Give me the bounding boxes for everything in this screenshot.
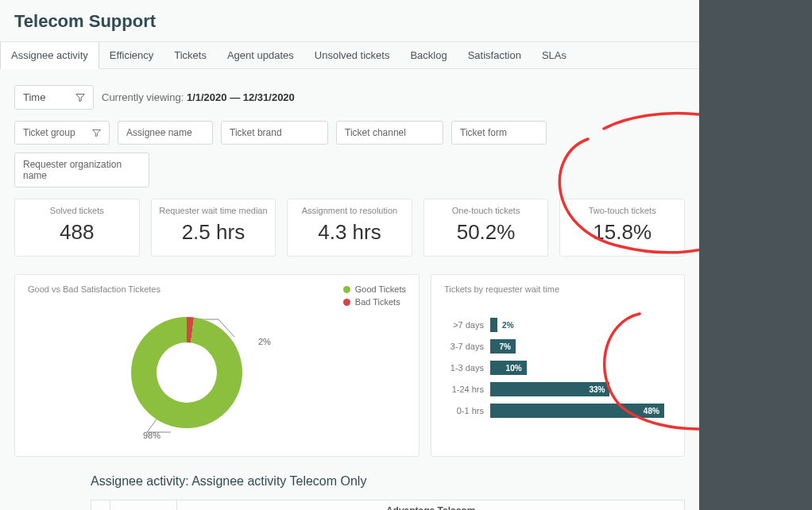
tab-backlog[interactable]: Backlog — [400, 42, 457, 68]
bar-label: 1-3 days — [444, 363, 490, 373]
satisfaction-panel: Good vs Bad Satisfaction Ticketes Good T… — [14, 274, 420, 457]
time-filter-label: Time — [23, 91, 45, 103]
activity-table: Assignee name Advantage Telecom Solved t… — [91, 500, 685, 510]
bar-label: 1-24 hrs — [444, 384, 490, 394]
bar-label: 3-7 days — [444, 342, 490, 351]
tab-satisfaction[interactable]: Satisfaction — [458, 42, 532, 68]
bar-value: 2% — [502, 321, 513, 330]
col-group: Advantage Telecom — [177, 500, 685, 511]
currently-viewing-text: Currently viewing: 1/1/2020 — 12/31/2020 — [102, 91, 295, 103]
tab-unsolved-tickets[interactable]: Unsolved tickets — [304, 42, 400, 68]
satisfaction-donut-chart — [131, 317, 242, 428]
tab-agent-updates[interactable]: Agent updates — [217, 42, 304, 68]
kpi-one-touch: One-touch tickets 50.2% — [423, 199, 549, 257]
kpi-two-touch: Two-touch tickets 15.8% — [559, 199, 685, 257]
wait-bar: 48% — [490, 404, 664, 418]
bar-label: 0-1 hrs — [444, 406, 490, 415]
activity-section-title: Assignee activity: Assignee activity Tel… — [91, 474, 685, 489]
filter-icon — [92, 129, 101, 137]
tabs: Assignee activity Efficiency Tickets Age… — [0, 41, 699, 69]
wait-bar: 10% — [490, 361, 527, 375]
wait-bar: 33% — [490, 382, 609, 396]
bar-label: >7 days — [444, 320, 490, 330]
filter-ticket-brand[interactable]: Ticket brand — [221, 121, 328, 145]
tab-assignee-activity[interactable]: Assignee activity — [0, 42, 99, 69]
filter-ticket-group[interactable]: Ticket group — [14, 121, 110, 145]
wait-bar: 7% — [490, 339, 516, 354]
donut-label-good: 98% — [143, 431, 160, 440]
filter-assignee-name[interactable]: Assignee name — [118, 121, 213, 145]
filter-requester-org[interactable]: Requester organization name — [14, 153, 149, 187]
wait-time-panel: Tickets by requester wait time >7 days2%… — [431, 274, 685, 457]
kpi-assignment-to-resolution: Assignment to resolution 4.3 hrs — [287, 199, 412, 257]
kpi-solved-tickets: Solved tickets 488 — [14, 199, 140, 257]
time-filter-dropdown[interactable]: Time — [14, 85, 94, 110]
bar-value: 10% — [506, 364, 522, 373]
kpi-requester-wait-median: Requester wait time median 2.5 hrs — [151, 199, 276, 257]
bar-value: 48% — [644, 407, 659, 415]
legend-dot-good — [343, 286, 350, 293]
wait-bar: 2% — [490, 318, 497, 332]
filter-ticket-channel[interactable]: Ticket channel — [336, 121, 443, 145]
tab-efficiency[interactable]: Efficiency — [99, 42, 164, 68]
filter-icon — [75, 93, 85, 102]
filter-ticket-form[interactable]: Ticket form — [451, 121, 547, 145]
bar-value: 33% — [589, 385, 605, 394]
page-title: Telecom Support — [0, 0, 699, 41]
donut-label-bad: 2% — [258, 337, 271, 346]
col-assignee[interactable]: Assignee name — [110, 500, 177, 511]
legend-good-label: Good Tickets — [355, 284, 406, 294]
bar-value: 7% — [499, 342, 510, 351]
tab-tickets[interactable]: Tickets — [164, 42, 217, 68]
tab-slas[interactable]: SLAs — [532, 42, 577, 68]
